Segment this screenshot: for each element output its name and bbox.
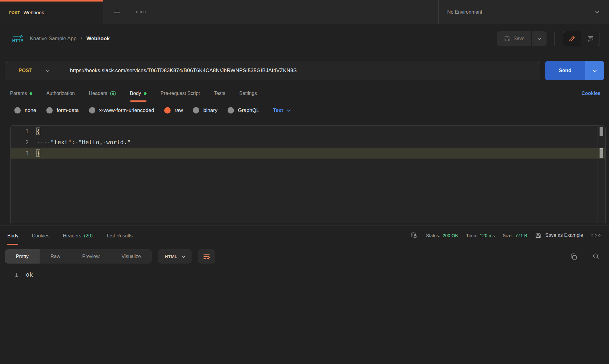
response-tab-headers[interactable]: Headers(20) [63,226,93,245]
tab-label: Settings [239,91,257,96]
cursor-line-marker[interactable] [600,148,603,158]
raw-format-label: Text [273,107,283,114]
comments-button[interactable] [581,31,600,46]
response-format-selector[interactable]: HTML [158,249,192,264]
code-text: { [37,128,40,135]
view-tab-pretty[interactable]: Pretty [5,249,40,264]
request-body-editor[interactable]: 1{2····"text":·"Hello,·world."3} [10,125,606,223]
save-button[interactable]: Save [497,31,531,46]
body-type-form-data[interactable]: form-data [46,107,79,114]
breadcrumb-request-name[interactable]: Webhook [87,36,110,42]
line-number: 1 [0,271,26,278]
request-tab-method: POST [9,11,20,15]
tab-pre-request-script[interactable]: Pre-request Script [161,86,200,102]
status-value: 200 OK [443,233,458,238]
response-body[interactable]: 1ok [0,269,609,280]
tab-settings[interactable]: Settings [239,86,257,102]
tab-body[interactable]: Body [130,86,147,102]
tab-label: Test Results [106,233,133,239]
tab-label: Pre-request Script [161,91,200,96]
radio-label: none [25,107,36,114]
tab-authorization[interactable]: Authorization [46,86,75,102]
view-tab-raw[interactable]: Raw [40,249,71,264]
send-button[interactable]: Send [545,61,585,80]
radio-icon [164,107,171,114]
tab-params[interactable]: Params [10,86,32,102]
time-label: Time: [466,233,477,238]
cookies-link[interactable]: Cookies [582,91,600,102]
code-text: "text": [51,139,75,145]
tab-label: Body [130,91,141,96]
tab-count: (20) [84,233,93,239]
radio-icon [228,107,234,114]
editor-line: 2····"text":·"Hello,·world." [11,137,605,148]
response-tab-body[interactable]: Body [7,226,18,245]
code-text: world." [106,139,131,145]
request-tabs: ParamsAuthorizationHeaders(9)BodyPre-req… [10,86,600,102]
chevron-down-icon [537,36,541,40]
editor-line: 1{ [11,126,605,137]
chevron-down-icon[interactable] [46,68,50,72]
radio-label: binary [203,107,217,114]
request-header-actions: Save [497,31,600,46]
edit-mode-button[interactable] [563,31,581,46]
scrollbar-thumb[interactable] [600,127,603,136]
response-text: ok [26,271,33,278]
more-options-icon [136,11,146,13]
url-input[interactable]: https://hooks.slack.com/services/T06TD83… [61,68,297,74]
code-text: } [37,150,40,156]
svg-text:HTTP: HTTP [12,38,23,43]
app-window: POST Webhook No Environment HTTP Knative… [0,0,609,280]
size-value: 771 B [515,233,527,238]
request-tab-webhook[interactable]: POST Webhook [0,0,103,24]
tab-label: Body [7,233,18,239]
breadcrumb-collection[interactable]: Knative Sample App [30,36,76,42]
size-badge[interactable]: Size: 771 B [503,233,527,238]
environment-selector[interactable]: No Environment [438,0,609,24]
radio-icon [46,107,53,114]
view-tab-visualize[interactable]: Visualize [111,249,152,264]
method-selector[interactable]: POST [5,68,32,73]
radio-label: x-www-form-urlencoded [99,107,154,114]
response-options-button[interactable] [591,234,600,236]
response-meta: Status: 200 OK Time: 120 ms Size: 771 B … [410,231,600,239]
tab-actions [103,0,146,24]
line-number: 2 [11,139,37,145]
chevron-down-icon [593,68,597,72]
response-tab-test-results[interactable]: Test Results [106,226,133,245]
url-box: POST https://hooks.slack.com/services/T0… [5,61,540,80]
tab-options-button[interactable] [136,7,146,17]
response-actions [569,252,600,261]
tab-tests[interactable]: Tests [214,86,225,102]
tab-label: Authorization [46,91,75,96]
body-type-raw[interactable]: raw [164,107,183,114]
tab-label: Params [10,91,27,96]
editor-scrollbar [597,126,605,223]
save-as-example-button[interactable]: Save as Example [535,232,583,239]
time-value: 120 ms [480,233,495,238]
response-format-label: HTML [165,254,177,259]
editor-line: 3} [11,148,605,159]
time-badge[interactable]: Time: 120 ms [466,233,495,238]
body-type-binary[interactable]: binary [193,107,217,114]
tab-headers[interactable]: Headers(9) [89,86,116,102]
response-tab-cookies[interactable]: Cookies [32,226,49,245]
save-button-label: Save [514,36,525,41]
whitespace-dots: ···· [37,139,51,145]
body-type-none[interactable]: none [14,107,36,114]
wrap-lines-button[interactable] [198,249,215,264]
body-type-x-www-form-urlencoded[interactable]: x-www-form-urlencoded [89,107,154,114]
send-options-button[interactable] [585,61,604,80]
radio-icon [193,107,199,114]
new-tab-button[interactable] [112,7,122,17]
tab-bar: POST Webhook No Environment [0,0,609,24]
save-options-button[interactable] [532,31,547,46]
mode-toggle-group [563,31,600,46]
view-tab-preview[interactable]: Preview [71,249,111,264]
body-type-graphql[interactable]: GraphQL [228,107,259,114]
status-badge[interactable]: Status: 200 OK [426,233,458,238]
copy-icon[interactable] [569,252,578,261]
search-icon[interactable] [592,252,600,261]
size-label: Size: [503,233,513,238]
raw-format-selector[interactable]: Text [273,107,290,114]
